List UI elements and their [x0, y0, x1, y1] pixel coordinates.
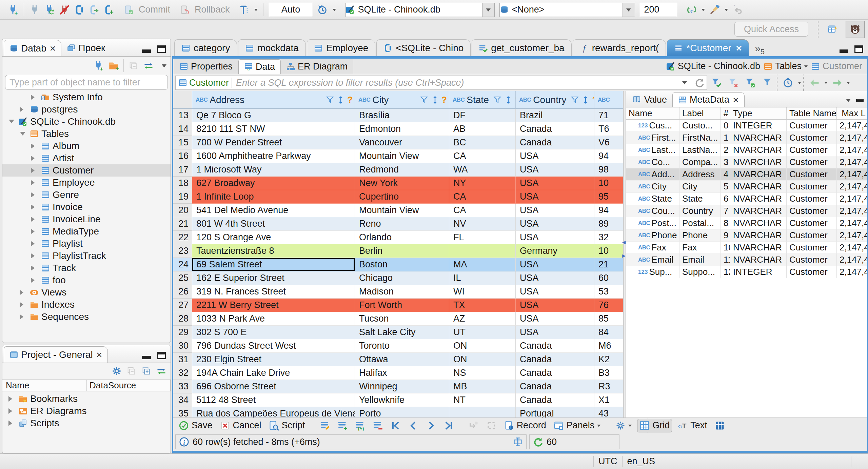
cell-city[interactable]: Fort Worth: [355, 299, 449, 312]
row-number[interactable]: 30: [173, 339, 192, 353]
tree-item-employee[interactable]: Employee: [2, 177, 171, 189]
cell-city[interactable]: Halifax: [355, 366, 449, 380]
tree-item-invoice[interactable]: Invoice: [2, 201, 171, 213]
meta-column-header-name[interactable]: Name: [626, 107, 679, 119]
cell-address[interactable]: Tauentzienstraße 8: [192, 244, 355, 258]
cell-country[interactable]: USA: [516, 217, 594, 231]
cell-state[interactable]: ON: [449, 353, 516, 366]
cell-postal-code[interactable]: 95: [594, 190, 623, 204]
cell-city[interactable]: Toronto: [355, 339, 449, 353]
cell-country[interactable]: Canada: [516, 339, 594, 353]
close-icon[interactable]: ×: [50, 43, 56, 54]
row-number[interactable]: 23: [173, 244, 192, 258]
refresh-icon[interactable]: [692, 76, 707, 90]
new-sql-script-icon[interactable]: +: [104, 5, 114, 15]
cell-country[interactable]: USA: [516, 149, 594, 163]
cell-country[interactable]: Brazil: [516, 109, 594, 122]
cell-city[interactable]: Cupertino: [355, 190, 449, 204]
custom-filter-icon[interactable]: [760, 76, 775, 90]
cell-city[interactable]: Orlando: [355, 231, 449, 244]
cell-postal-code[interactable]: M6: [594, 339, 623, 353]
delete-row-button[interactable]: [371, 419, 385, 432]
nav-back-icon[interactable]: [807, 76, 822, 90]
close-icon[interactable]: ×: [736, 42, 742, 54]
minimize-icon[interactable]: [142, 49, 151, 53]
cell-address[interactable]: 796 Dundas Street West: [192, 339, 355, 353]
cell-city[interactable]: Boston: [355, 258, 449, 271]
cell-city[interactable]: Brasília: [355, 109, 449, 122]
cell-address[interactable]: 2211 W Berry Street: [192, 299, 355, 312]
tree-item-customer[interactable]: Customer: [2, 164, 171, 177]
grid-corner[interactable]: [173, 91, 192, 109]
view-menu-icon[interactable]: [162, 64, 166, 70]
edit-cell-button[interactable]: [318, 419, 332, 432]
subtab-data[interactable]: ‹›Data: [238, 59, 281, 74]
new-connection-icon[interactable]: +: [8, 5, 18, 15]
expand-arrow-icon[interactable]: [29, 95, 38, 100]
cell-city[interactable]: Redmond: [355, 163, 449, 177]
column-header-address[interactable]: ABCAddress?: [192, 91, 355, 109]
cell-state[interactable]: CA: [449, 204, 516, 217]
cell-address[interactable]: 1 Infinite Loop: [192, 190, 355, 204]
cell-postal-code[interactable]: 21: [594, 258, 623, 271]
metadata-row-lastna[interactable]: ABCLast...LastNa...2NVARCHARCustomer2,14…: [626, 144, 867, 156]
cell-postal-code[interactable]: 71: [594, 109, 623, 122]
expand-arrow-icon[interactable]: [29, 204, 38, 210]
sql-assist-icon[interactable]: [710, 5, 720, 15]
cell-postal-code[interactable]: 98: [594, 163, 623, 177]
open-sql-script-icon[interactable]: [89, 5, 99, 15]
link-with-editor-icon[interactable]: [143, 61, 154, 71]
collapse-arrow-icon[interactable]: [7, 118, 16, 126]
cell-state[interactable]: MB: [449, 380, 516, 393]
script-button[interactable]: Script: [267, 419, 307, 432]
expand-arrow-icon[interactable]: [29, 168, 38, 173]
project-item-scripts[interactable]: Scripts: [2, 417, 171, 429]
project-item-bookmarks[interactable]: Bookmarks: [2, 393, 171, 405]
connection-dropdown-button[interactable]: [482, 3, 494, 17]
expand-arrow-icon[interactable]: [29, 241, 38, 246]
tree-item-track[interactable]: Track: [2, 262, 171, 274]
save-button[interactable]: Save: [177, 419, 215, 432]
cell-city[interactable]: Berlin: [355, 244, 449, 258]
cell-address[interactable]: 69 Salem Street: [192, 258, 355, 271]
cell-address[interactable]: 1600 Amphitheatre Parkway: [192, 149, 355, 163]
open-perspective-button[interactable]: [823, 21, 842, 38]
cell-address[interactable]: 700 W Pender Street: [192, 136, 355, 149]
cell-address[interactable]: 120 S Orange Ave: [192, 231, 355, 244]
cell-postal-code[interactable]: V6: [594, 136, 623, 149]
collapse-arrow-icon[interactable]: [18, 130, 27, 138]
collapse-all-icon[interactable]: [129, 61, 139, 71]
cell-address[interactable]: 1033 N Park Ave: [192, 312, 355, 326]
cell-country[interactable]: USA: [516, 177, 594, 190]
tree-item-artist[interactable]: Artist: [2, 152, 171, 164]
expand-arrow-icon[interactable]: [7, 421, 16, 426]
column-header-state[interactable]: ABCState?: [449, 91, 516, 109]
project-item-er-diagrams[interactable]: ER Diagrams: [2, 405, 171, 417]
cell-postal-code[interactable]: 32: [594, 231, 623, 244]
metadata-row-city[interactable]: ABCCityCity5NVARCHARCustomer2,147,483,64…: [626, 181, 867, 193]
row-number[interactable]: 27: [173, 299, 192, 312]
record-button[interactable]: iRecord: [502, 419, 548, 432]
filter-history-dropdown[interactable]: [677, 76, 692, 90]
transaction-log-icon[interactable]: [318, 5, 328, 15]
cell-address[interactable]: 194A Chain Lake Drive: [192, 366, 355, 380]
expand-arrow-icon[interactable]: [18, 107, 27, 112]
cell-city[interactable]: Chicago: [355, 271, 449, 285]
cell-postal-code[interactable]: X1: [594, 393, 623, 407]
cell-postal-code[interactable]: 85: [594, 312, 623, 326]
sql-filter-input[interactable]: Customer Enter a SQL expression to filte…: [175, 76, 707, 90]
add-row-button[interactable]: +: [336, 419, 350, 432]
minimize-icon[interactable]: [856, 99, 864, 102]
cell-state[interactable]: [449, 407, 516, 417]
tree-item-table-triggers[interactable]: Table Triggers: [2, 323, 171, 325]
breadcrumb-sqlite-chinook-db[interactable]: SQLite - Chinook.db: [666, 61, 760, 72]
tree-item-playlisttrack[interactable]: PlaylistTrack: [2, 250, 171, 262]
meta-column-header-max-length[interactable]: Max L: [837, 107, 867, 119]
cell-postal-code[interactable]: 89: [594, 217, 623, 231]
close-icon[interactable]: ×: [96, 349, 102, 361]
cell-city[interactable]: Mountain View: [355, 204, 449, 217]
expand-arrow-icon[interactable]: [29, 278, 38, 283]
cell-address[interactable]: 230 Elgin Street: [192, 353, 355, 366]
previous-row-button[interactable]: [406, 419, 420, 432]
metadata-row-suppo[interactable]: 123Sup...Suppo...12INTEGERCustomer2,147,…: [626, 266, 867, 278]
